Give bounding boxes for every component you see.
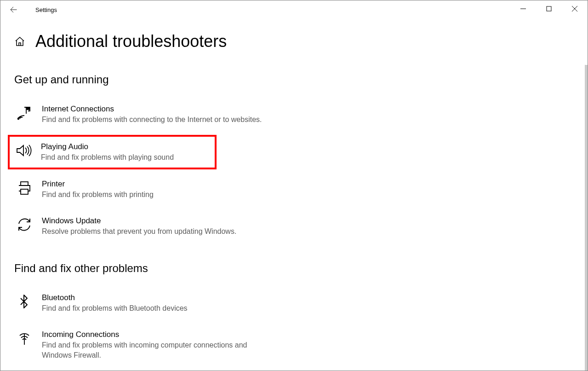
home-icon[interactable] <box>14 36 25 47</box>
item-text: Windows Update Resolve problems that pre… <box>42 215 236 237</box>
close-icon <box>572 6 577 12</box>
troubleshooter-playing-audio[interactable]: Playing Audio Find and fix problems with… <box>8 135 217 169</box>
back-arrow-icon <box>9 6 17 14</box>
item-title: Windows Update <box>42 216 236 226</box>
svg-rect-7 <box>21 189 28 194</box>
item-desc: Find and fix problems with incoming comp… <box>42 340 271 361</box>
window-controls <box>510 0 588 17</box>
maximize-icon <box>546 6 552 12</box>
update-icon <box>15 215 34 234</box>
svg-rect-5 <box>27 108 29 110</box>
troubleshooter-internet-connections[interactable]: Internet Connections Find and fix proble… <box>14 99 272 129</box>
item-desc: Find and fix problems with playing sound <box>41 152 174 162</box>
minimize-icon <box>520 6 526 12</box>
section-title: Find and fix other problems <box>14 262 574 275</box>
item-text: Incoming Connections Find and fix proble… <box>42 329 271 361</box>
troubleshooter-incoming-connections[interactable]: Incoming Connections Find and fix proble… <box>14 325 272 365</box>
maximize-button[interactable] <box>536 0 562 17</box>
page-header: Additional troubleshooters <box>14 32 574 51</box>
page-title: Additional troubleshooters <box>35 32 227 51</box>
svg-rect-6 <box>21 182 28 186</box>
close-button[interactable] <box>562 0 588 17</box>
bluetooth-icon <box>15 292 34 311</box>
section-title: Get up and running <box>14 73 574 86</box>
item-title: Printer <box>42 180 154 189</box>
item-title: Internet Connections <box>42 104 262 114</box>
item-text: Bluetooth Find and fix problems with Blu… <box>42 292 188 313</box>
item-text: Playing Audio Find and fix problems with… <box>41 141 174 162</box>
item-title: Bluetooth <box>42 293 188 302</box>
troubleshooter-printer[interactable]: Printer Find and fix problems with print… <box>14 174 272 204</box>
content-area: Additional troubleshooters Get up and ru… <box>0 19 588 365</box>
back-button[interactable] <box>4 0 23 19</box>
minimize-button[interactable] <box>510 0 536 17</box>
item-title: Playing Audio <box>41 142 174 151</box>
item-title: Incoming Connections <box>42 330 271 339</box>
troubleshooter-bluetooth[interactable]: Bluetooth Find and fix problems with Blu… <box>14 288 272 318</box>
item-desc: Resolve problems that prevent you from u… <box>42 226 236 237</box>
item-text: Printer Find and fix problems with print… <box>42 179 154 200</box>
incoming-icon <box>15 329 34 348</box>
item-desc: Find and fix problems with Bluetooth dev… <box>42 303 188 313</box>
audio-icon <box>14 141 33 160</box>
app-title: Settings <box>35 6 57 13</box>
svg-point-4 <box>18 118 19 120</box>
svg-rect-1 <box>547 6 551 11</box>
item-desc: Find and fix problems with printing <box>42 190 154 200</box>
item-text: Internet Connections Find and fix proble… <box>42 104 262 125</box>
titlebar: Settings <box>0 0 588 19</box>
scrollbar[interactable] <box>585 65 588 371</box>
item-desc: Find and fix problems with connecting to… <box>42 115 262 125</box>
troubleshooter-windows-update[interactable]: Windows Update Resolve problems that pre… <box>14 211 272 241</box>
internet-icon <box>15 104 34 122</box>
printer-icon <box>15 179 34 197</box>
